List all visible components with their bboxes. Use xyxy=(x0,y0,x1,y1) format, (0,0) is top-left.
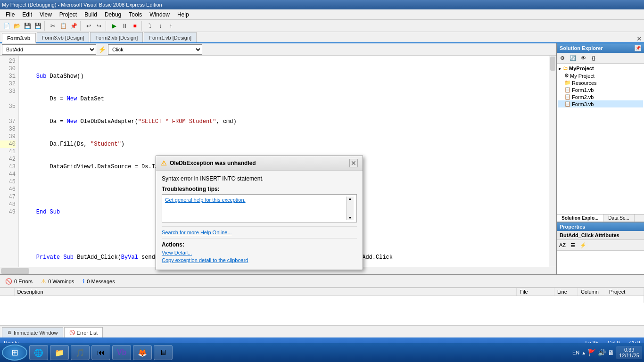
panel-tab-data[interactable]: Data So... xyxy=(603,214,634,222)
tab-form2vb-design[interactable]: Form2.vb [Design] xyxy=(90,32,143,42)
sol-refresh-btn[interactable]: 🔄 xyxy=(568,54,578,62)
taskbar-back[interactable]: ⏮ xyxy=(91,345,110,360)
sol-properties-btn[interactable]: ⚙ xyxy=(558,54,567,62)
taskbar-firefox[interactable]: 🦊 xyxy=(133,345,152,360)
method-dropdown[interactable]: Click xyxy=(108,44,202,55)
dialog-copy-detail-link[interactable]: Copy exception detail to the clipboard xyxy=(162,257,357,263)
tree-form2vb[interactable]: 📋 Form2.vb xyxy=(558,93,643,100)
menu-file[interactable]: File xyxy=(2,10,18,19)
dialog-search-link[interactable]: Search for more Help Online... xyxy=(162,230,357,235)
errorlist-icon: 🚫 xyxy=(69,330,75,335)
toolbar-sep3 xyxy=(106,21,107,31)
message-icon: ℹ xyxy=(83,278,85,285)
tree-mypropject[interactable]: ⚙ My Project xyxy=(558,72,643,79)
toolbar-paste[interactable]: 📌 xyxy=(69,21,78,31)
tree-myproject[interactable]: ▸ 🗂 MyProject xyxy=(558,65,643,72)
menu-view[interactable]: View xyxy=(36,10,56,19)
menu-edit[interactable]: Edit xyxy=(18,10,36,19)
tab-form3vb-design-label: Form3.vb [Design] xyxy=(42,35,84,41)
tree-form3vb-label: Form3.vb xyxy=(572,101,594,107)
ie-icon: 🌐 xyxy=(34,348,43,357)
toolbar-stepover[interactable]: ⤵ xyxy=(145,21,155,31)
taskbar-media[interactable]: 🎵 xyxy=(71,345,90,360)
dialog-body: Syntax error in INSERT INTO statement. T… xyxy=(156,171,363,270)
form1-icon: 📋 xyxy=(564,87,571,93)
tab-form3vb[interactable]: Form3.vb xyxy=(2,33,36,43)
taskbar-right: EN ▲ 🚩 🔊 🖥 0:39 12/11/25 xyxy=(572,346,642,359)
dialog-tip-link[interactable]: Get general help for this exception. xyxy=(165,197,246,203)
dialog-view-detail-link[interactable]: View Detail... xyxy=(162,250,357,255)
col-column: Column xyxy=(578,288,606,296)
dialog-close-button[interactable]: ✕ xyxy=(349,159,358,167)
properties-subject: ButAdd_Click Attributes xyxy=(557,231,644,240)
sol-pin-btn[interactable]: 📌 xyxy=(635,45,641,51)
menu-project[interactable]: Project xyxy=(56,10,81,19)
table-row xyxy=(0,296,644,303)
tab-form3vb-design[interactable]: Form3.vb [Design] xyxy=(37,32,90,42)
toolbar-open[interactable]: 📂 xyxy=(12,21,22,31)
taskbar-app[interactable]: 🖥 xyxy=(154,345,173,360)
code-line-32: Da.Fill(Ds, "Student") xyxy=(23,140,545,148)
bottom-tab-errorlist[interactable]: 🚫 Error List xyxy=(64,327,103,337)
toolbar-stepin[interactable]: ↓ xyxy=(156,21,165,31)
hscrollbar-thumb[interactable] xyxy=(1,268,29,274)
menu-tools[interactable]: Tools xyxy=(125,10,146,19)
dialog-tipbox-scrollbar[interactable]: ▲ ▼ xyxy=(346,197,354,220)
toolbar-redo[interactable]: ↪ xyxy=(94,21,104,31)
toolbar-pause[interactable]: ⏸ xyxy=(120,21,129,31)
toolbar-stop[interactable]: ■ xyxy=(130,21,140,31)
sol-view-code-btn[interactable]: {} xyxy=(589,54,598,62)
menu-build[interactable]: Build xyxy=(81,10,101,19)
panel-tab-solution[interactable]: Solution Explo... xyxy=(557,214,603,222)
props-categorized-btn[interactable]: ☰ xyxy=(568,241,578,249)
dialog-tip-content: Get general help for this exception. xyxy=(165,197,346,220)
taskbar-vb[interactable]: Vb xyxy=(112,345,131,360)
menu-window[interactable]: Window xyxy=(146,10,173,19)
sol-show-all-btn[interactable]: 👁 xyxy=(578,54,588,62)
dialog-tip-box: Get general help for this exception. ▲ ▼ xyxy=(162,194,357,222)
messages-btn[interactable]: ℹ 0 Messages xyxy=(79,277,118,286)
toolbar-save[interactable]: 💾 xyxy=(23,21,32,31)
toolbar-cut[interactable]: ✂ xyxy=(48,21,58,31)
toolbar-stepout[interactable]: ↑ xyxy=(166,21,175,31)
editor-scrollbar[interactable] xyxy=(549,56,556,267)
scrollbar-up[interactable]: ▲ xyxy=(348,197,352,201)
props-alphabetical-btn[interactable]: AZ xyxy=(558,241,567,249)
tree-resources-label: Resources xyxy=(572,80,597,86)
toolbar-sep4 xyxy=(141,21,143,31)
tree-myproject-label: MyProject xyxy=(569,66,594,71)
scrollbar-thumb[interactable] xyxy=(550,57,555,71)
close-all-tabs[interactable]: ✕ xyxy=(636,35,642,42)
toolbar-saveall[interactable]: 💾 xyxy=(33,21,42,31)
taskbar-clock[interactable]: 0:39 12/11/25 xyxy=(616,346,642,359)
class-dropdown[interactable]: ButAdd xyxy=(2,44,96,55)
scrollbar-down[interactable]: ▼ xyxy=(348,216,352,220)
warnings-btn[interactable]: ⚠ 0 Warnings xyxy=(38,277,77,286)
tab-form1vb-design-label: Form1.vb [Design] xyxy=(149,35,191,41)
start-button[interactable]: ⊞ xyxy=(2,345,27,361)
bottom-tab-immediate[interactable]: 🖥 Immediate Window xyxy=(2,327,63,337)
error-table: Description File Line Column Project xyxy=(0,288,644,303)
clock-date: 12/11/25 xyxy=(619,353,639,358)
dialog-divider1 xyxy=(162,226,357,227)
toolbar-copy[interactable]: 📋 xyxy=(58,21,68,31)
props-events-btn[interactable]: ⚡ xyxy=(578,241,588,249)
taskbar: ⊞ 🌐 📁 🎵 ⏮ Vb 🦊 🖥 EN ▲ 🚩 🔊 🖥 0:39 12/11/2… xyxy=(0,343,644,362)
errors-btn[interactable]: 🚫 0 Errors xyxy=(2,277,36,286)
menu-debug[interactable]: Debug xyxy=(101,10,125,19)
dialog-warning-icon: ⚠ xyxy=(161,159,167,167)
taskbar-ie[interactable]: 🌐 xyxy=(29,345,48,360)
toolbar-play[interactable]: ▶ xyxy=(109,21,119,31)
clock-time: 0:39 xyxy=(619,347,639,353)
error-table-container: Description File Line Column Project xyxy=(0,288,644,325)
tree-form3vb[interactable]: 📋 Form3.vb xyxy=(558,100,643,107)
toolbar-new[interactable]: 📄 xyxy=(2,21,11,31)
tab-form1vb-design[interactable]: Form1.vb [Design] xyxy=(144,32,197,42)
toolbar-undo[interactable]: ↩ xyxy=(84,21,93,31)
menu-help[interactable]: Help xyxy=(173,10,193,19)
tree-resources[interactable]: 📁 Resources xyxy=(558,79,643,86)
solution-explorer-title: Solution Explorer xyxy=(560,45,603,51)
dialog-divider2 xyxy=(162,238,357,239)
tree-form1vb[interactable]: 📋 Form1.vb xyxy=(558,86,643,93)
taskbar-folder[interactable]: 📁 xyxy=(50,345,69,360)
